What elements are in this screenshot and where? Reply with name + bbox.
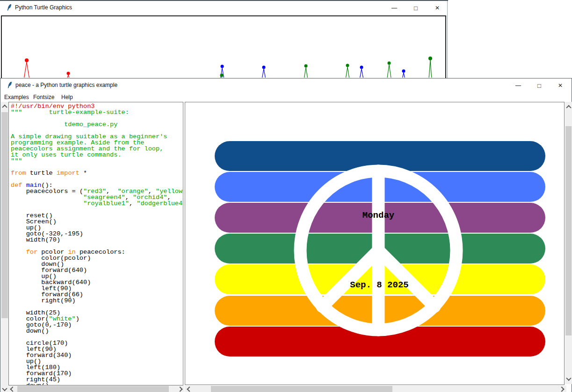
window-python-turtle-graphics: Python Turtle Graphics — □ ✕ xyxy=(0,0,448,78)
scroll-up-icon xyxy=(2,105,7,110)
maximize-icon: □ xyxy=(537,82,541,89)
tk-feather-icon xyxy=(6,4,13,11)
code-vertical-scrollbar[interactable] xyxy=(1,102,8,385)
scroll-right-button[interactable] xyxy=(557,385,566,392)
code-token: from xyxy=(11,170,26,177)
code-scroll-down-button[interactable] xyxy=(1,385,8,392)
label-date: Sep. 8 2025 xyxy=(350,280,408,290)
code-token: width(70) xyxy=(11,236,60,243)
desktop: Python Turtle Graphics — □ ✕ peace - a P… xyxy=(0,0,572,392)
code-vscroll-thumb[interactable] xyxy=(1,112,8,318)
turtle-graphics-canvas xyxy=(1,15,446,78)
source-code-pane[interactable]: #!/usr/bin/env python3""" turtle-example… xyxy=(8,102,183,385)
turtle-figures-drawing xyxy=(2,16,445,78)
code-token: tdemo_peace.py xyxy=(11,121,117,128)
turtle-figure xyxy=(24,58,29,78)
window-peace-example: peace - a Python turtle graphics example… xyxy=(0,78,572,392)
window-right-border xyxy=(447,1,448,78)
code-token: * xyxy=(80,170,87,177)
maximize-button[interactable]: □ xyxy=(532,79,547,92)
menubar: Examples Fontsize Help xyxy=(0,92,572,102)
code-line: from turtle import * xyxy=(11,170,183,176)
code-line: "royalblue1", "dodgerblue4 xyxy=(11,200,183,207)
close-icon: ✕ xyxy=(558,82,563,89)
minimize-icon: — xyxy=(515,82,521,89)
scroll-down-icon xyxy=(566,376,571,381)
close-icon: ✕ xyxy=(435,5,440,11)
code-token xyxy=(11,200,83,207)
scroll-left-icon xyxy=(187,386,192,392)
scroll-right-icon xyxy=(177,386,182,392)
menu-examples[interactable]: Examples xyxy=(3,92,30,102)
code-token: """ xyxy=(11,157,22,164)
code-token: import xyxy=(57,170,80,177)
scroll-up-button[interactable] xyxy=(1,102,8,111)
turtle-figure xyxy=(304,64,308,78)
window-title: peace - a Python turtle graphics example xyxy=(15,82,117,88)
titlebar-peace[interactable]: peace - a Python turtle graphics example… xyxy=(0,78,572,92)
code-line: it only uses turtle commands. xyxy=(11,152,183,158)
code-horizontal-scrollbar[interactable] xyxy=(8,385,184,392)
code-line: """ xyxy=(11,158,183,164)
tk-feather-icon xyxy=(6,81,14,89)
scroll-down-icon xyxy=(2,385,7,391)
code-token: right(90) xyxy=(11,297,76,304)
close-button[interactable]: ✕ xyxy=(430,2,445,14)
canvas-vertical-scrollbar[interactable] xyxy=(565,102,572,384)
code-token: , xyxy=(129,200,137,207)
titlebar-turtle-graphics[interactable]: Python Turtle Graphics — □ ✕ xyxy=(0,1,447,14)
code-token: """ turtle-example-suite: xyxy=(11,109,129,116)
label-day: Monday xyxy=(362,210,395,221)
window-title: Python Turtle Graphics xyxy=(15,4,72,11)
turtle-figure xyxy=(360,66,363,78)
close-button[interactable]: ✕ xyxy=(553,79,568,92)
code-token: down() xyxy=(11,328,49,335)
scroll-up-icon xyxy=(566,105,571,110)
code-hscroll-thumb[interactable] xyxy=(17,386,169,392)
minimize-button[interactable]: — xyxy=(387,2,402,14)
code-token: ) xyxy=(76,315,80,322)
turtle-figure xyxy=(346,64,349,78)
scroll-left-button[interactable] xyxy=(185,385,194,392)
scroll-right-button[interactable] xyxy=(176,385,184,392)
peace-drawing: MondaySep. 8 2025 xyxy=(185,102,564,385)
scroll-down-button[interactable] xyxy=(565,374,572,384)
scroll-up-button[interactable] xyxy=(565,102,572,112)
minimize-icon: — xyxy=(391,5,397,11)
turtle-figure xyxy=(67,72,70,78)
maximize-icon: □ xyxy=(414,5,418,12)
minimize-button[interactable]: — xyxy=(511,79,526,92)
menu-fontsize[interactable]: Fontsize xyxy=(32,92,55,102)
turtle-figure xyxy=(402,70,405,78)
code-token: "dodgerblue4 xyxy=(137,200,182,207)
canvas-vscroll-thumb[interactable] xyxy=(565,126,572,335)
code-line: width(70) xyxy=(11,237,183,243)
code-line: down() xyxy=(11,328,183,334)
maximize-button[interactable]: □ xyxy=(408,2,423,14)
code-line: """ turtle-example-suite: xyxy=(11,109,183,115)
code-token: it only uses turtle commands. xyxy=(11,151,122,158)
turtle-figure xyxy=(428,57,432,78)
canvas-horizontal-scrollbar[interactable] xyxy=(185,385,566,392)
menu-help[interactable]: Help xyxy=(60,92,74,102)
turtle-figure xyxy=(387,62,391,78)
turtle-figure xyxy=(262,66,266,78)
scroll-left-icon xyxy=(10,386,15,392)
peace-turtle-canvas: MondaySep. 8 2025 xyxy=(185,102,565,385)
code-token: turtle xyxy=(26,170,57,177)
code-token: "royalblue1" xyxy=(83,200,129,207)
scroll-left-button[interactable] xyxy=(8,385,17,392)
code-line: right(90) xyxy=(11,298,183,304)
canvas-hscroll-thumb[interactable] xyxy=(211,386,392,392)
code-token: down() xyxy=(11,382,49,385)
scroll-right-icon xyxy=(559,386,564,392)
code-line: tdemo_peace.py xyxy=(11,121,183,128)
